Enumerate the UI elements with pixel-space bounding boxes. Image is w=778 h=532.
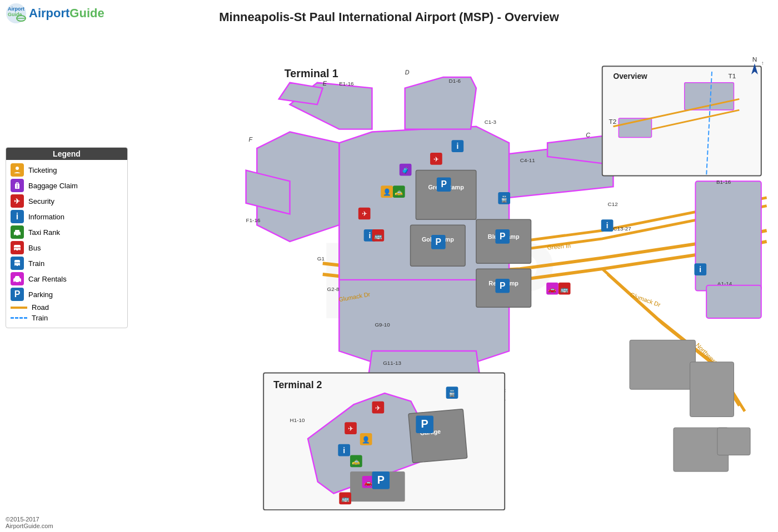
svg-point-23 — [14, 282, 16, 283]
legend-title: Legend — [6, 148, 127, 160]
svg-text:P: P — [421, 418, 428, 430]
svg-text:G9-10: G9-10 — [375, 322, 390, 328]
svg-text:i: i — [456, 142, 458, 150]
legend-road: Road — [11, 303, 123, 312]
svg-text:✈: ✈ — [14, 197, 20, 205]
svg-text:✈: ✈ — [362, 210, 367, 218]
page-title: Minneapolis-St Paul International Airpor… — [0, 6, 778, 24]
svg-point-16 — [18, 250, 20, 252]
svg-text:Overview: Overview — [613, 72, 647, 81]
legend-panel: Legend Ticketing Baggage Claim ✈ Securit… — [6, 147, 128, 328]
svg-text:i: i — [606, 222, 609, 230]
legend-train: Train — [11, 257, 123, 270]
svg-point-5 — [16, 167, 19, 170]
svg-rect-11 — [15, 230, 19, 232]
legend-taxi: Taxi Rank — [11, 225, 123, 239]
legend-train-line: Train — [11, 314, 123, 322]
svg-text:✈: ✈ — [375, 404, 381, 412]
svg-point-19 — [15, 265, 17, 267]
svg-text:Green In: Green In — [547, 242, 571, 251]
svg-text:🚆: 🚆 — [448, 389, 456, 397]
parking-icon: P — [11, 288, 24, 301]
legend-security: ✈ Security — [11, 194, 123, 208]
svg-rect-78 — [717, 428, 750, 455]
svg-text:C12: C12 — [608, 201, 618, 207]
svg-text:🚌: 🚌 — [341, 495, 350, 503]
svg-text:F: F — [249, 136, 253, 143]
legend-baggage: Baggage Claim — [11, 179, 123, 192]
svg-text:D: D — [405, 69, 410, 76]
svg-text:C1-3: C1-3 — [485, 119, 497, 125]
svg-text:G1: G1 — [317, 255, 325, 262]
footer: ©2015-2017 AirportGuide.com — [6, 516, 53, 529]
svg-rect-74 — [706, 285, 761, 318]
svg-text:🚗: 🚗 — [364, 479, 372, 486]
svg-text:🚌: 🚌 — [374, 232, 382, 240]
svg-text:i: i — [343, 446, 345, 455]
svg-text:E1-16: E1-16 — [339, 81, 354, 87]
information-icon: i — [11, 210, 24, 223]
svg-rect-7 — [16, 183, 18, 184]
carrentals-icon — [11, 272, 24, 285]
train-icon — [11, 257, 24, 270]
svg-text:Terminal 1: Terminal 1 — [285, 67, 338, 79]
svg-text:C: C — [586, 132, 590, 138]
svg-text:↑: ↑ — [761, 60, 764, 66]
svg-text:👤: 👤 — [383, 188, 391, 196]
svg-text:✈: ✈ — [433, 155, 439, 163]
website: AirportGuide.com — [6, 523, 53, 529]
svg-text:🧳: 🧳 — [401, 167, 410, 174]
svg-point-12 — [14, 235, 16, 237]
svg-text:i: i — [699, 265, 701, 274]
baggage-icon — [11, 179, 24, 192]
svg-text:H1-10: H1-10 — [290, 417, 305, 423]
svg-text:P: P — [500, 232, 506, 241]
svg-text:G11-13: G11-13 — [383, 360, 401, 366]
ticketing-icon — [11, 163, 24, 177]
legend-ticketing: Ticketing — [11, 163, 123, 177]
svg-rect-75 — [630, 340, 695, 389]
taxi-icon — [11, 225, 24, 239]
legend-carrentals: Car Rentals — [11, 272, 123, 285]
svg-rect-76 — [690, 362, 734, 417]
svg-point-20 — [18, 265, 19, 267]
svg-text:P: P — [436, 237, 442, 247]
svg-text:🚗: 🚗 — [548, 285, 556, 293]
svg-text:P: P — [377, 474, 385, 486]
svg-text:✈: ✈ — [348, 425, 353, 433]
copyright: ©2015-2017 — [6, 516, 53, 523]
svg-text:N: N — [752, 56, 757, 63]
svg-text:Terminal 2: Terminal 2 — [273, 379, 322, 390]
svg-text:P: P — [500, 281, 506, 290]
svg-text:E: E — [323, 80, 327, 87]
svg-point-15 — [15, 250, 17, 252]
svg-text:👤: 👤 — [362, 436, 370, 444]
legend-information: i Information — [11, 210, 123, 223]
svg-text:P: P — [441, 179, 447, 189]
map-area: MSP — [131, 33, 772, 515]
svg-point-24 — [19, 282, 21, 283]
svg-text:B1-16: B1-16 — [716, 179, 731, 185]
svg-text:🚌: 🚌 — [560, 285, 568, 293]
legend-bus: Bus — [11, 241, 123, 254]
legend-parking: P Parking — [11, 288, 123, 301]
svg-marker-29 — [405, 77, 476, 129]
svg-text:G2-8: G2-8 — [327, 286, 340, 292]
svg-text:F1-16: F1-16 — [246, 217, 261, 223]
bus-icon — [11, 241, 24, 254]
svg-point-13 — [18, 235, 20, 237]
svg-text:i: i — [369, 232, 371, 240]
svg-text:D1-6: D1-6 — [449, 78, 461, 84]
svg-text:C13-27: C13-27 — [613, 225, 631, 232]
svg-text:🚕: 🚕 — [395, 188, 403, 196]
svg-text:C4-11: C4-11 — [520, 157, 535, 163]
svg-text:🚕: 🚕 — [352, 458, 360, 465]
security-icon: ✈ — [11, 194, 24, 208]
svg-text:T1: T1 — [729, 72, 736, 80]
svg-text:T2: T2 — [609, 118, 617, 126]
svg-text:🚆: 🚆 — [500, 195, 508, 203]
